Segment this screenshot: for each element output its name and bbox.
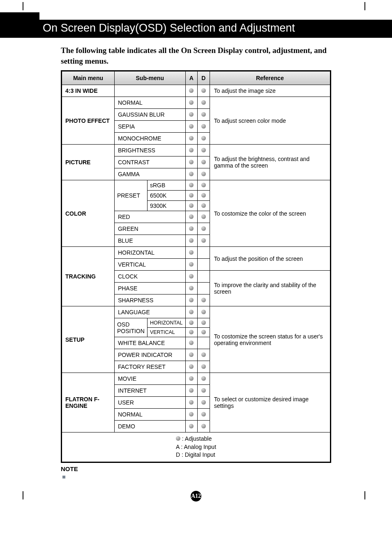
sub-label: BLUE (114, 235, 185, 247)
dot-icon (201, 364, 206, 369)
dot-icon (189, 364, 194, 369)
row-43: 4:3 IN WIDE To adjust the image size (62, 85, 331, 97)
sub-label: LANGUAGE (114, 306, 185, 318)
dot-icon (201, 112, 206, 117)
main-43: 4:3 IN WIDE (62, 85, 115, 97)
main-color: COLOR (62, 180, 115, 247)
dot-icon (189, 310, 194, 314)
main-picture: PICTURE (62, 145, 115, 180)
dot-icon (201, 320, 206, 325)
dot-icon (189, 148, 194, 152)
dot-icon (189, 412, 194, 416)
legend-a: A : Analog Input (176, 444, 216, 450)
col-ref: Reference (210, 71, 330, 85)
legend-d: D : Digital Input (176, 451, 215, 458)
col-main: Main menu (62, 71, 115, 85)
sub-label: SHARPNESS (114, 294, 185, 306)
sub-label: HORIZONTAL (114, 247, 185, 259)
ref-color: To costomize the color of the screen (210, 180, 330, 247)
dot-icon (189, 203, 194, 208)
dot-icon (201, 124, 206, 129)
sub-label: MONOCHROME (114, 133, 185, 145)
row-photo-normal: PHOTO EFFECT NORMAL To adjust screen col… (62, 97, 331, 109)
dot-icon (189, 400, 194, 405)
page-number: A12 (191, 491, 201, 501)
page-title: On Screen Display(OSD) Selection and Adj… (39, 20, 392, 38)
dot-icon (201, 238, 206, 243)
main-photo: PHOTO EFFECT (62, 97, 115, 145)
sub-preset: PRESET (114, 180, 147, 211)
dot-icon (189, 172, 194, 176)
sub-label: NORMAL (114, 97, 185, 109)
dot-icon (201, 310, 206, 314)
dot-icon (201, 203, 206, 208)
main-tracking: TRACKING (62, 247, 115, 306)
dot-icon (201, 226, 206, 231)
dot-icon (201, 400, 206, 405)
dot-icon (201, 376, 206, 381)
dot-icon (201, 136, 206, 140)
dot-icon (201, 330, 206, 334)
ref-photo: To adjust screen color mode (210, 97, 330, 145)
dot-icon (189, 424, 194, 428)
legend-adj: : Adjustable (182, 435, 212, 442)
sub-label: FACTORY RESET (114, 361, 185, 373)
dot-icon (201, 298, 206, 302)
col-sub: Sub-menu (114, 71, 185, 85)
dot-icon (189, 136, 194, 140)
sub-label: SEPIA (114, 121, 185, 133)
sub-label: PHASE (114, 283, 185, 294)
main-fengine: FLATRON F-ENGINE (62, 373, 115, 432)
dot-icon (189, 376, 194, 381)
dot-icon (201, 172, 206, 176)
sub-label: 9300K (147, 201, 185, 211)
dot-icon (201, 412, 206, 416)
dot-icon (189, 88, 194, 93)
dot-icon (189, 320, 194, 325)
dot-icon (189, 274, 194, 278)
dot-icon (189, 340, 194, 345)
dot-icon (189, 124, 194, 129)
dot-icon (189, 238, 194, 243)
ref-43: To adjust the image size (210, 85, 330, 97)
dot-icon (189, 214, 194, 219)
dot-icon (189, 330, 194, 334)
sub-label: GAMMA (114, 168, 185, 180)
osd-table: Main menu Sub-menu A D Reference 4:3 IN … (61, 70, 331, 463)
sub-label: USER (114, 397, 185, 409)
sub-label: NORMAL (114, 409, 185, 421)
main-setup: SETUP (62, 306, 115, 373)
dot-icon (189, 193, 194, 198)
dot-icon (189, 298, 194, 302)
dot-icon (189, 112, 194, 117)
sub-label: MOVIE (114, 373, 185, 385)
ref-fengine: To select or customize desired image set… (210, 373, 330, 432)
dot-icon (201, 148, 206, 152)
dot-icon (201, 388, 206, 393)
dot-icon (189, 226, 194, 231)
sub-label: BRIGHTNESS (114, 145, 185, 156)
ref-setup: To costomize the screen status for a use… (210, 306, 330, 373)
ref-tracking-pos: To adjust the position of the screen (210, 247, 330, 271)
bullet-icon (62, 476, 65, 478)
sub-label: WHITE BALANCE (114, 337, 185, 349)
header-bar: On Screen Display(OSD) Selection and Adj… (0, 0, 392, 38)
dot-icon (201, 193, 206, 198)
dot-icon (189, 352, 194, 357)
sub-label: 6500K (147, 191, 185, 201)
dot-icon (201, 352, 206, 357)
intro-text: The following table indicates all the On… (61, 45, 331, 66)
col-d: D (198, 71, 210, 85)
sub-label: INTERNET (114, 385, 185, 397)
col-a: A (185, 71, 198, 85)
sub-label: VERTICAL (114, 259, 185, 271)
sub-label: GAUSSIAN BLUR (114, 109, 185, 121)
dot-icon (189, 388, 194, 393)
dot-icon (189, 100, 194, 105)
header-block (0, 12, 39, 38)
sub-label: RED (114, 211, 185, 223)
dot-icon (189, 160, 194, 164)
dot-icon (176, 436, 180, 441)
dot-icon (189, 262, 194, 267)
dot-icon (201, 88, 206, 93)
